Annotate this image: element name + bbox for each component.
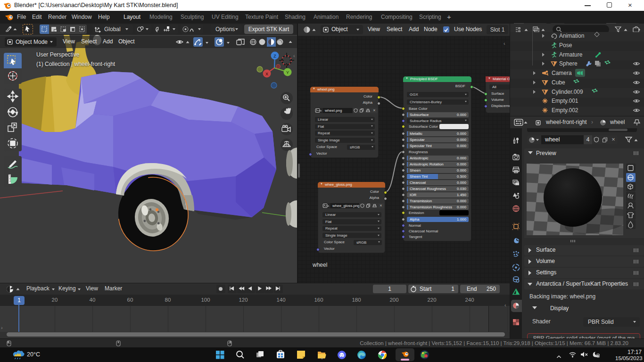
svg-text:Y: Y <box>286 70 289 75</box>
svg-text:X: X <box>265 72 268 76</box>
svg-text:Z: Z <box>273 54 276 58</box>
